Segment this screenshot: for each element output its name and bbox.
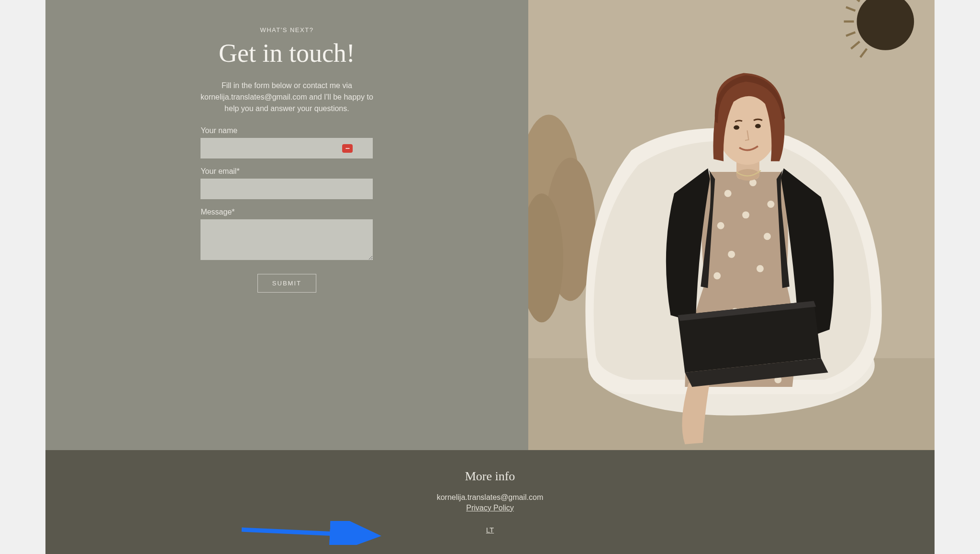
svg-point-26 <box>742 211 749 218</box>
svg-point-27 <box>764 233 771 240</box>
hero-section: WHAT'S NEXT? Get in touch! Fill in the f… <box>45 0 935 450</box>
svg-point-35 <box>755 124 761 128</box>
name-field-group: Your name <box>200 126 373 158</box>
svg-point-30 <box>713 272 721 280</box>
message-textarea[interactable] <box>200 219 373 260</box>
message-label: Message* <box>200 208 373 216</box>
password-manager-icon[interactable] <box>342 144 353 153</box>
contact-form: Your name Your email* Message* SUBMIT <box>200 126 373 293</box>
language-link-lt[interactable]: LT <box>486 526 494 534</box>
svg-point-25 <box>717 222 724 229</box>
intro-text: Fill in the form below or contact me via… <box>196 80 378 114</box>
email-label: Your email* <box>200 167 373 176</box>
footer-section: More info kornelija.translates@gmail.com… <box>45 450 935 554</box>
page-title: Get in touch! <box>219 38 355 68</box>
svg-point-29 <box>757 265 764 272</box>
footer-email: kornelija.translates@gmail.com <box>55 493 925 502</box>
svg-point-32 <box>736 169 759 181</box>
form-column: WHAT'S NEXT? Get in touch! Fill in the f… <box>45 0 528 450</box>
svg-point-22 <box>724 190 731 197</box>
svg-point-34 <box>734 125 739 130</box>
footer-heading: More info <box>55 469 925 484</box>
hero-image <box>528 0 935 450</box>
name-label: Your name <box>200 126 373 135</box>
privacy-policy-link[interactable]: Privacy Policy <box>466 504 514 512</box>
submit-button[interactable]: SUBMIT <box>257 274 316 293</box>
svg-point-28 <box>728 251 735 258</box>
email-input[interactable] <box>200 179 373 199</box>
eyebrow-text: WHAT'S NEXT? <box>260 26 313 34</box>
message-field-group: Message* <box>200 208 373 262</box>
email-field-group: Your email* <box>200 167 373 199</box>
svg-point-24 <box>767 201 774 208</box>
